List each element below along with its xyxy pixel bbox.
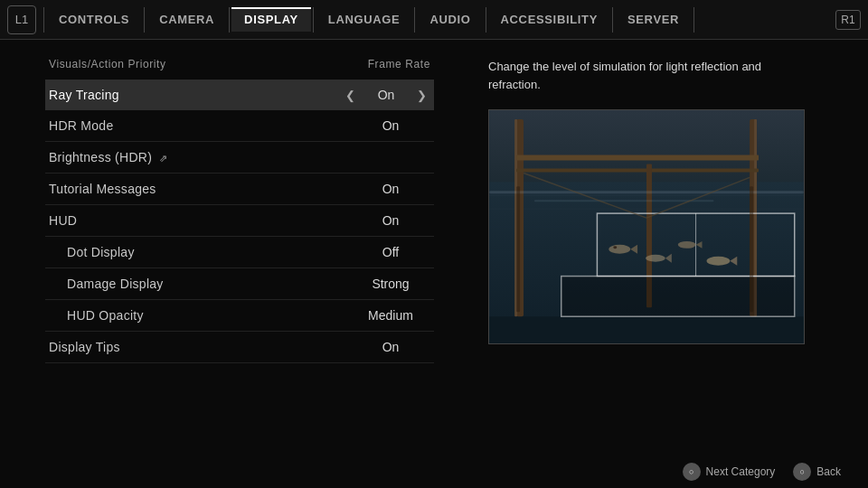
setting-name-hdr-mode: HDR Mode xyxy=(49,118,113,133)
setting-value-dot-display: Off xyxy=(373,245,409,259)
setting-value-display-tips: On xyxy=(373,340,409,354)
arrow-right-ray-tracing[interactable]: ❯ xyxy=(417,89,427,102)
next-category-label: Next Category xyxy=(706,465,776,478)
setting-value-container-dot-display: Off xyxy=(354,245,427,259)
nav-display[interactable]: DISPLAY xyxy=(231,7,311,32)
nav-language[interactable]: LANGUAGE xyxy=(316,7,413,32)
column-headers: Visuals/Action Priority Frame Rate xyxy=(45,58,434,70)
setting-row-brightness[interactable]: Brightness (HDR) ⇗ xyxy=(45,142,434,174)
back-icon: ○ xyxy=(793,463,811,481)
setting-value-container-ray-tracing: ❮ On ❯ xyxy=(345,88,427,102)
setting-name-hud-opacity: HUD Opacity xyxy=(49,308,144,323)
nav-audio[interactable]: AUDIO xyxy=(417,7,483,32)
setting-value-container-hdr-mode: On xyxy=(354,118,427,133)
setting-value-hdr-mode: On xyxy=(373,118,409,133)
setting-value-container-tutorial: On xyxy=(354,182,427,196)
setting-value-damage-display: Strong xyxy=(372,277,409,291)
setting-name-display-tips: Display Tips xyxy=(49,340,120,354)
back-button[interactable]: ○ Back xyxy=(793,463,841,481)
nav-divider-6 xyxy=(486,7,486,33)
main-content: Visuals/Action Priority Frame Rate Ray T… xyxy=(0,40,868,488)
setting-value-hud: On xyxy=(373,213,409,228)
svg-rect-2 xyxy=(489,316,803,343)
setting-row-dot-display[interactable]: Dot Display Off xyxy=(45,237,434,268)
svg-rect-10 xyxy=(516,155,759,161)
setting-value-container-display-tips: On xyxy=(354,340,427,354)
col1-header: Visuals/Action Priority xyxy=(49,58,166,70)
svg-rect-11 xyxy=(516,169,759,173)
setting-value-ray-tracing: On xyxy=(368,88,404,102)
setting-row-ray-tracing[interactable]: Ray Tracing ❮ On ❯ xyxy=(45,80,434,110)
col2-header: Frame Rate xyxy=(368,58,430,70)
setting-name-tutorial: Tutorial Messages xyxy=(49,182,156,196)
nav-camera[interactable]: CAMERA xyxy=(146,7,227,32)
setting-value-tutorial: On xyxy=(373,182,409,196)
setting-name-dot-display: Dot Display xyxy=(49,245,135,259)
preview-description: Change the level of simulation for light… xyxy=(488,58,805,93)
preview-scene-svg xyxy=(489,110,804,343)
arrow-left-ray-tracing[interactable]: ❮ xyxy=(345,89,355,102)
svg-point-16 xyxy=(609,245,630,254)
nav-divider-5 xyxy=(414,7,415,33)
setting-row-damage-display[interactable]: Damage Display Strong xyxy=(45,268,434,300)
settings-list: Ray Tracing ❮ On ❯ HDR Mode On Brightnes… xyxy=(45,80,434,363)
svg-rect-27 xyxy=(516,186,520,312)
nav-accessibility[interactable]: ACCESSIBILITY xyxy=(488,7,610,32)
setting-value-container-damage-display: Strong xyxy=(354,277,427,291)
setting-row-display-tips[interactable]: Display Tips On xyxy=(45,332,434,363)
setting-value-hud-opacity: Medium xyxy=(368,308,413,323)
next-category-button[interactable]: ○ Next Category xyxy=(683,463,776,481)
nav-divider-8 xyxy=(693,7,694,33)
svg-point-18 xyxy=(613,246,617,249)
external-link-icon: ⇗ xyxy=(159,153,167,164)
bottom-bar: ○ Next Category ○ Back xyxy=(683,463,841,481)
setting-name-hud: HUD xyxy=(49,213,77,228)
right-panel: Change the level of simulation for light… xyxy=(461,40,868,488)
setting-row-hdr-mode[interactable]: HDR Mode On xyxy=(45,110,434,142)
next-category-icon: ○ xyxy=(683,463,701,481)
svg-rect-15 xyxy=(561,277,795,317)
left-panel: Visuals/Action Priority Frame Rate Ray T… xyxy=(0,40,461,488)
nav-controls[interactable]: CONTROLS xyxy=(46,7,142,32)
setting-name-ray-tracing: Ray Tracing xyxy=(49,88,119,102)
back-label: Back xyxy=(816,465,841,478)
svg-rect-25 xyxy=(489,191,803,193)
svg-point-23 xyxy=(706,257,730,266)
svg-point-19 xyxy=(646,255,665,262)
nav-bar: L1 CONTROLS CAMERA DISPLAY LANGUAGE AUDI… xyxy=(0,0,868,40)
setting-name-brightness: Brightness (HDR) ⇗ xyxy=(49,150,168,164)
l1-icon: L1 xyxy=(7,5,36,34)
setting-value-container-hud: On xyxy=(354,213,427,228)
r1-icon: R1 xyxy=(835,10,861,30)
nav-divider-2 xyxy=(144,7,145,33)
setting-row-hud[interactable]: HUD On xyxy=(45,205,434,237)
nav-divider-1 xyxy=(43,7,44,33)
nav-server[interactable]: SERVER xyxy=(615,7,692,32)
nav-divider-3 xyxy=(229,7,230,33)
svg-point-21 xyxy=(678,241,696,249)
setting-value-container-hud-opacity: Medium xyxy=(354,308,427,323)
nav-divider-7 xyxy=(612,7,613,33)
svg-rect-28 xyxy=(750,186,753,312)
preview-image xyxy=(488,109,805,344)
setting-row-hud-opacity[interactable]: HUD Opacity Medium xyxy=(45,300,434,332)
nav-divider-4 xyxy=(313,7,314,33)
setting-row-tutorial[interactable]: Tutorial Messages On xyxy=(45,174,434,205)
setting-name-damage-display: Damage Display xyxy=(49,277,164,291)
